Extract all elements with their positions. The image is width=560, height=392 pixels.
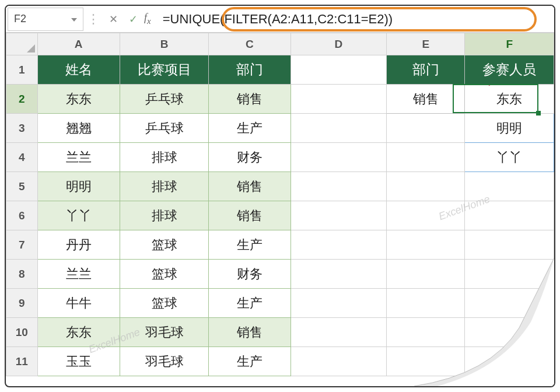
- cell-B2[interactable]: 乒乓球: [120, 85, 209, 114]
- header-name[interactable]: 姓名: [37, 55, 120, 85]
- cell-D7[interactable]: [290, 230, 387, 260]
- cell-C2[interactable]: 销售: [209, 85, 290, 114]
- row-head-4[interactable]: 4: [6, 143, 38, 172]
- cell-A2[interactable]: 东东: [37, 85, 120, 114]
- cell-C4[interactable]: 财务: [209, 143, 290, 172]
- cell-F6[interactable]: [465, 201, 554, 230]
- col-head-B[interactable]: B: [120, 33, 209, 55]
- cell-D10[interactable]: [290, 318, 387, 347]
- col-head-A[interactable]: A: [37, 33, 120, 55]
- cell-B9[interactable]: 篮球: [120, 289, 209, 318]
- name-box[interactable]: F2: [8, 8, 83, 31]
- cell-D2[interactable]: [290, 85, 387, 114]
- cell-B5[interactable]: 排球: [120, 172, 209, 201]
- cell-A6[interactable]: 丫丫: [37, 201, 120, 230]
- cell-A11[interactable]: 玉玉: [37, 347, 120, 376]
- cell-D6[interactable]: [290, 201, 387, 230]
- cancel-icon[interactable]: ✕: [103, 13, 123, 26]
- cell-D8[interactable]: [290, 260, 387, 289]
- cell-D11[interactable]: [290, 347, 387, 376]
- cell-B7[interactable]: 篮球: [120, 230, 209, 260]
- cell-B6[interactable]: 排球: [120, 201, 209, 230]
- header-event[interactable]: 比赛项目: [120, 55, 209, 85]
- cell-F11[interactable]: [465, 347, 554, 376]
- col-head-C[interactable]: C: [209, 33, 290, 55]
- cell-B8[interactable]: 篮球: [120, 260, 209, 289]
- cell-C5[interactable]: 销售: [209, 172, 290, 201]
- cell-E9[interactable]: [387, 289, 465, 318]
- cell-D4[interactable]: [290, 143, 387, 172]
- cell-A10[interactable]: 东东: [37, 318, 120, 347]
- cell-A3[interactable]: 翘翘: [37, 114, 120, 143]
- spreadsheet-grid: A B C D E F 1 姓名 比赛项目 部门 部门 参赛人员 2 东东 乒乓…: [6, 33, 554, 376]
- cell-C10[interactable]: 销售: [209, 318, 290, 347]
- cell-F4-result[interactable]: 丫丫: [465, 143, 554, 172]
- cell-E5[interactable]: [387, 172, 465, 201]
- cell-E3[interactable]: [387, 114, 465, 143]
- cell-A8[interactable]: 兰兰: [37, 260, 120, 289]
- row-head-3[interactable]: 3: [6, 114, 38, 143]
- cell-F7[interactable]: [465, 230, 554, 260]
- cell-E7[interactable]: [387, 230, 465, 260]
- row-head-2[interactable]: 2: [6, 85, 38, 114]
- cell-B10[interactable]: 羽毛球: [120, 318, 209, 347]
- cell-C6[interactable]: 销售: [209, 201, 290, 230]
- cell-A4[interactable]: 兰兰: [37, 143, 120, 172]
- header-dept[interactable]: 部门: [209, 55, 290, 85]
- enter-icon[interactable]: ✓: [123, 13, 143, 26]
- cell-C11[interactable]: 生产: [209, 347, 290, 376]
- cell-C3[interactable]: 生产: [209, 114, 290, 143]
- col-head-D[interactable]: D: [290, 33, 387, 55]
- cell-D9[interactable]: [290, 289, 387, 318]
- cell-F2-result[interactable]: 东东: [465, 85, 554, 114]
- row-head-5[interactable]: 5: [6, 172, 38, 201]
- cell-E2-criteria[interactable]: 销售: [387, 85, 465, 114]
- col-head-E[interactable]: E: [387, 33, 465, 55]
- cell-C7[interactable]: 生产: [209, 230, 290, 260]
- formula-bar: F2 ⋮ ✕ ✓ fx =UNIQUE(FILTER(A2:A11,C2:C11…: [6, 6, 554, 33]
- select-all-corner[interactable]: [6, 33, 38, 55]
- row-head-8[interactable]: 8: [6, 260, 38, 289]
- cell-B11[interactable]: 羽毛球: [120, 347, 209, 376]
- row-head-1[interactable]: 1: [6, 55, 38, 85]
- cell-F5[interactable]: [465, 172, 554, 201]
- cell-B4[interactable]: 排球: [120, 143, 209, 172]
- cell-C9[interactable]: 生产: [209, 289, 290, 318]
- cell-D5[interactable]: [290, 172, 387, 201]
- cell-A5[interactable]: 明明: [37, 172, 120, 201]
- cell-C8[interactable]: 财务: [209, 260, 290, 289]
- cell-F3-result[interactable]: 明明: [465, 114, 554, 143]
- cell-F10[interactable]: [465, 318, 554, 347]
- row-head-9[interactable]: 9: [6, 289, 38, 318]
- col-head-F[interactable]: F: [465, 33, 554, 55]
- cell-B3[interactable]: 乒乓球: [120, 114, 209, 143]
- cell-E11[interactable]: [387, 347, 465, 376]
- cell-E6[interactable]: [387, 201, 465, 230]
- formula-input[interactable]: =UNIQUE(FILTER(A2:A11,C2:C11=E2)): [155, 9, 554, 29]
- cell-D3[interactable]: [290, 114, 387, 143]
- formula-separator: ⋮: [83, 12, 103, 27]
- row-head-7[interactable]: 7: [6, 230, 38, 260]
- row-head-6[interactable]: 6: [6, 201, 38, 230]
- row-head-10[interactable]: 10: [6, 318, 38, 347]
- cell-F8[interactable]: [465, 260, 554, 289]
- cell-E4[interactable]: [387, 143, 465, 172]
- header-crit-dept[interactable]: 部门: [387, 55, 465, 85]
- row-head-11[interactable]: 11: [6, 347, 38, 376]
- cell-F9[interactable]: [465, 289, 554, 318]
- cell-A9[interactable]: 牛牛: [37, 289, 120, 318]
- cell-E8[interactable]: [387, 260, 465, 289]
- fx-icon[interactable]: fx: [144, 12, 151, 26]
- header-result[interactable]: 参赛人员: [465, 55, 554, 85]
- name-box-value: F2: [14, 13, 26, 25]
- cell-D1[interactable]: [290, 55, 387, 85]
- cell-A7[interactable]: 丹丹: [37, 230, 120, 260]
- cell-E10[interactable]: [387, 318, 465, 347]
